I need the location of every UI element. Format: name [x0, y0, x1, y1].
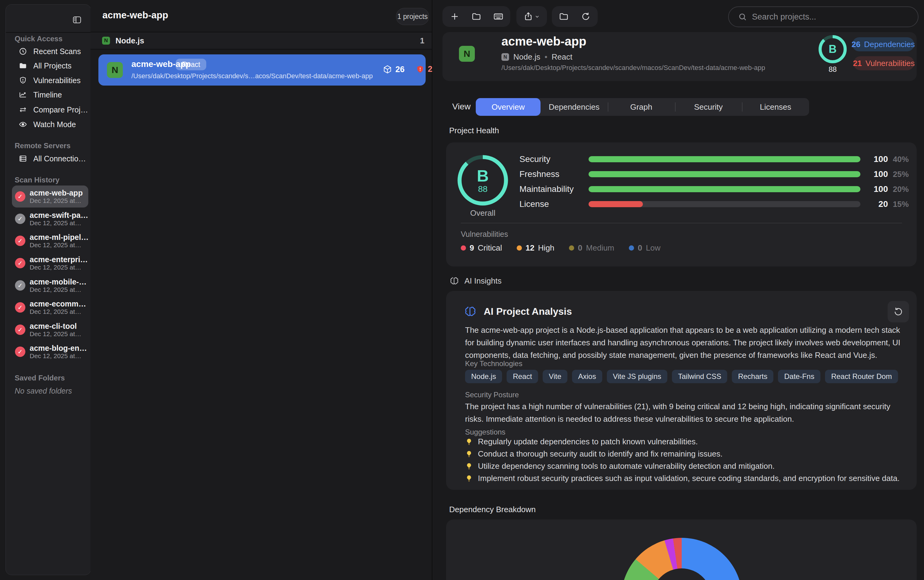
saved-folders-empty-text: No saved folders — [15, 387, 72, 395]
group-row-nodejs[interactable]: N Node.js 1 — [91, 32, 432, 49]
sidebar-toggle-button[interactable] — [71, 15, 83, 25]
scan-history-title: Scan History — [15, 176, 59, 184]
brain-icon — [449, 276, 459, 286]
sidebar-item-timeline[interactable]: Timeline — [19, 88, 62, 101]
tab-graph[interactable]: Graph — [608, 98, 675, 116]
app-window: Quick Access Recent Scans All Projects V… — [0, 0, 924, 580]
refresh-icon — [581, 12, 591, 21]
swap-arrows-icon — [19, 105, 27, 114]
metric-row-security: Security 100 40% — [446, 153, 917, 165]
open-folder-button[interactable] — [466, 7, 486, 26]
remote-servers-title: Remote Servers — [15, 142, 71, 150]
dependencies-badge[interactable]: 26Dependencies — [852, 37, 914, 51]
sidebar-item-label: Vulnerabilities — [33, 76, 81, 85]
scan-history-item[interactable]: ✓ acme-web-appDec 12, 2025 at… — [12, 186, 88, 208]
suggestion-item: Conduct a thorough security audit to ide… — [465, 449, 723, 459]
sidebar-toggle-icon — [71, 15, 83, 25]
sidebar-item-label: Recent Scans — [33, 47, 81, 56]
vulnerability-summary-row: 9Critical 12High 0Medium 0Low — [461, 243, 669, 253]
scan-date: Dec 12, 2025 at… — [30, 264, 88, 271]
ai-insights-section-label: AI Insights — [449, 276, 501, 286]
scan-date: Dec 12, 2025 at… — [30, 197, 83, 204]
tech-chip[interactable]: Node.js — [465, 370, 502, 383]
high-dot-icon — [517, 246, 522, 250]
search-input[interactable]: Search projects... — [728, 7, 919, 27]
sidebar-item-all-connections[interactable]: All Connectio… — [19, 152, 86, 165]
runtime-label: Node.js — [513, 52, 540, 62]
regenerate-analysis-button[interactable] — [888, 301, 909, 322]
vuln-high: 12High — [517, 243, 554, 253]
nodejs-mini-icon: N — [501, 53, 509, 61]
tab-overview[interactable]: Overview — [476, 98, 540, 116]
tech-chip[interactable]: React — [507, 370, 538, 383]
lightbulb-icon — [465, 438, 473, 446]
project-row-selected[interactable]: N acme-web-app React /Users/dak/Desktop/… — [99, 54, 426, 86]
reveal-folder-button[interactable] — [554, 7, 573, 26]
toolbar-group-left — [443, 6, 510, 27]
sidebar-item-label: Watch Mode — [33, 120, 76, 129]
scan-history-item[interactable]: ✓ acme-enterpri…Dec 12, 2025 at… — [12, 252, 88, 274]
sidebar-item-watch-mode[interactable]: Watch Mode — [19, 118, 76, 131]
key-technologies-label: Key Technologies — [465, 359, 522, 368]
scan-name: acme-ml-pipel… — [30, 233, 89, 242]
scan-status-icon: ✓ — [15, 346, 25, 357]
scan-history-item[interactable]: ✓ acme-swift-pa…Dec 12, 2025 at… — [12, 208, 88, 230]
tech-chip[interactable]: Tailwind CSS — [672, 370, 727, 383]
scan-history-item[interactable]: ✓ acme-blog-en…Dec 12, 2025 at… — [12, 341, 88, 363]
scan-status-icon: ✓ — [15, 191, 25, 202]
project-list-panel: acme-web-app 1 projects N Node.js 1 N ac… — [91, 0, 432, 580]
scan-history-item[interactable]: ✓ acme-ecomm…Dec 12, 2025 at… — [12, 297, 88, 318]
shortcuts-button[interactable] — [489, 7, 508, 26]
add-project-button[interactable] — [445, 7, 464, 26]
sidebar-item-label: Compare Proj… — [33, 105, 88, 114]
security-posture-label: Security Posture — [465, 391, 519, 399]
share-button[interactable] — [517, 7, 546, 26]
scan-history-item[interactable]: ✓ acme-cli-toolDec 12, 2025 at… — [12, 319, 88, 341]
tech-chip[interactable]: Vite JS plugins — [607, 370, 667, 383]
tech-chip[interactable]: Vite — [543, 370, 567, 383]
project-path: /Users/dak/Desktop/Projects/scandev/scan… — [501, 64, 765, 72]
quick-access-title: Quick Access — [15, 35, 63, 43]
tab-security[interactable]: Security — [675, 98, 742, 116]
medium-dot-icon — [569, 246, 574, 250]
scan-name: acme-cli-tool — [30, 322, 81, 331]
card-divider — [461, 223, 902, 223]
scan-name: acme-enterpri… — [30, 255, 88, 264]
ai-card-header: AI Project Analysis — [463, 305, 572, 318]
detail-panel: Search projects... N acme-web-app N Node… — [432, 0, 924, 580]
tech-chip[interactable]: Date-Fns — [778, 370, 820, 383]
scan-date: Dec 12, 2025 at… — [30, 330, 81, 338]
technology-chip-list: Node.js React Vite Axios Vite JS plugins… — [465, 370, 898, 383]
tech-chip[interactable]: Recharts — [732, 370, 773, 383]
lightbulb-icon — [465, 450, 473, 458]
sidebar-item-compare-projects[interactable]: Compare Proj… — [19, 103, 88, 117]
framework-badge: React — [176, 59, 206, 70]
scan-history-item[interactable]: ✓ acme-mobile-…Dec 12, 2025 at… — [12, 274, 88, 297]
tab-dependencies[interactable]: Dependencies — [540, 98, 608, 116]
scan-status-icon: ✓ — [15, 280, 25, 291]
rescan-button[interactable] — [576, 7, 596, 26]
sidebar-item-label: Timeline — [33, 91, 62, 99]
folder-icon — [559, 12, 569, 21]
scan-name: acme-blog-en… — [30, 344, 87, 353]
tab-licenses[interactable]: Licenses — [742, 98, 809, 116]
search-placeholder: Search projects... — [752, 12, 816, 22]
vulnerabilities-badge[interactable]: 21Vulnerabilities — [853, 56, 914, 70]
tech-chip[interactable]: React Router Dom — [825, 370, 898, 383]
sidebar-item-recent-scans[interactable]: Recent Scans — [19, 44, 81, 58]
shield-alert-icon — [415, 65, 425, 74]
project-title: acme-web-app — [501, 35, 586, 48]
folder-icon — [19, 61, 27, 70]
server-icon — [19, 154, 27, 163]
toolbar-group-right — [552, 6, 598, 27]
nodejs-icon: N — [102, 37, 110, 44]
scan-history-item[interactable]: ✓ acme-ml-pipel…Dec 12, 2025 at… — [12, 230, 88, 252]
dependency-breakdown-title: Dependency Breakdown — [449, 505, 535, 514]
tech-chip[interactable]: Axios — [572, 370, 602, 383]
sidebar-item-label: All Projects — [33, 61, 71, 70]
sidebar-item-vulnerabilities[interactable]: Vulnerabilities — [19, 74, 81, 87]
share-icon — [524, 12, 533, 21]
sidebar-item-all-projects[interactable]: All Projects — [19, 59, 71, 72]
sidebar-item-label: All Connectio… — [33, 154, 86, 163]
list-title: acme-web-app — [102, 10, 168, 21]
